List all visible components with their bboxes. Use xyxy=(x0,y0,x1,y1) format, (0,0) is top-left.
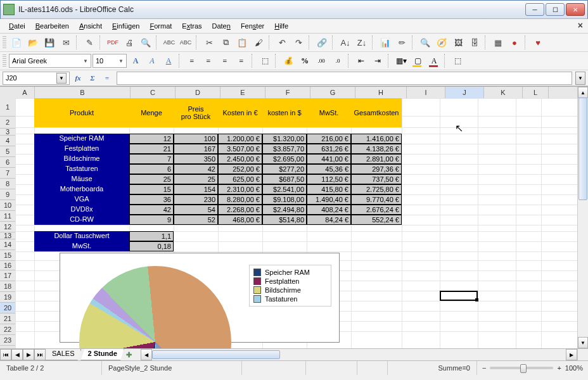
tab-first-button[interactable]: ⏮ xyxy=(0,349,11,360)
menu-ansicht[interactable]: Ansicht xyxy=(74,20,107,32)
row-header-4[interactable]: 4 xyxy=(0,136,15,146)
cell[interactable]: 3.507,00 € xyxy=(218,144,262,154)
cell[interactable]: 230 xyxy=(174,194,218,205)
cell[interactable]: 1.416,00 € xyxy=(351,134,402,144)
zoom-in-button[interactable]: + xyxy=(557,364,561,372)
find-button[interactable]: 🔍 xyxy=(418,35,433,50)
scroll-thumb[interactable] xyxy=(578,98,587,200)
email-button[interactable]: ✉ xyxy=(58,35,74,50)
cell[interactable]: 216,00 € xyxy=(307,134,351,144)
col-header-E[interactable]: E xyxy=(220,87,265,98)
gallery-button[interactable]: 🖼 xyxy=(451,35,466,50)
row-header-14[interactable]: 14 xyxy=(0,239,15,250)
row-header-3[interactable]: 3 xyxy=(0,129,15,136)
col-header-K[interactable]: K xyxy=(484,87,523,98)
save-button[interactable]: 💾 xyxy=(42,35,57,50)
cell[interactable]: 468,00 € xyxy=(218,215,262,225)
cell[interactable]: Tastaturen xyxy=(34,164,129,174)
chart-button[interactable]: 📊 xyxy=(378,35,393,50)
cell[interactable]: 154 xyxy=(174,184,218,194)
status-insert[interactable] xyxy=(242,361,306,375)
cell[interactable]: 42 xyxy=(174,164,218,174)
navigator-button[interactable]: 🧭 xyxy=(434,35,449,50)
underline-button[interactable]: A xyxy=(161,53,176,68)
cell[interactable]: 2.310,00 € xyxy=(218,184,262,194)
menu-daten[interactable]: Daten xyxy=(207,20,236,32)
redo-button[interactable]: ↷ xyxy=(291,35,306,50)
cell[interactable]: 8.280,00 € xyxy=(218,194,262,205)
cell[interactable]: 84,24 € xyxy=(307,215,351,225)
col-header-L[interactable]: L xyxy=(523,87,549,98)
sheet-tab-2stunde[interactable]: 2 Stunde xyxy=(80,349,124,360)
cell[interactable]: 625,00 € xyxy=(218,174,262,184)
row-header-8[interactable]: 8 xyxy=(0,179,15,189)
status-selection[interactable] xyxy=(306,361,357,375)
menu-datei[interactable]: Datei xyxy=(4,20,30,32)
cell[interactable]: VGA xyxy=(34,194,129,205)
align-left-button[interactable]: ≡ xyxy=(184,53,200,68)
paste-button[interactable]: 📋 xyxy=(234,35,250,50)
print-button[interactable]: 🖨 xyxy=(122,35,137,50)
merge-button[interactable]: ⬚ xyxy=(257,53,272,68)
cell[interactable]: 737,50 € xyxy=(351,174,402,184)
close-button[interactable]: ✕ xyxy=(566,3,585,16)
cell[interactable]: $514,80 xyxy=(262,215,307,225)
cell-grid[interactable]: ProduktMengePreispro StückKosten in €kos… xyxy=(15,98,578,348)
cell[interactable]: 1,1 xyxy=(129,231,174,241)
cell[interactable]: 252,00 € xyxy=(218,164,262,174)
formula-input[interactable] xyxy=(117,72,572,85)
row-header-20[interactable]: 20 xyxy=(0,303,16,314)
select-all-corner[interactable] xyxy=(0,87,16,99)
headers-button[interactable]: ▦ xyxy=(490,35,506,50)
add-decimal-button[interactable]: .00 xyxy=(314,53,329,68)
cell[interactable]: MwSt. xyxy=(34,241,129,251)
menu-extras[interactable]: Extras xyxy=(177,20,207,32)
spellcheck-button[interactable]: ABC xyxy=(162,35,177,50)
edit-button[interactable]: ✎ xyxy=(82,35,97,50)
cell[interactable]: 45,36 € xyxy=(307,164,351,174)
cell[interactable]: 9.770,40 € xyxy=(351,194,402,205)
scroll-right-button[interactable]: ▶ xyxy=(566,349,577,360)
cell[interactable]: Bildschirme xyxy=(34,154,129,164)
cell[interactable]: 2.450,00 € xyxy=(218,154,262,164)
row-header-22[interactable]: 22 xyxy=(0,324,15,335)
status-pagestyle[interactable]: PageStyle_2 Stunde xyxy=(102,361,242,375)
cell[interactable]: 112,50 € xyxy=(307,174,351,184)
cell[interactable]: 631,26 € xyxy=(307,144,351,154)
col-header-A[interactable]: A xyxy=(15,87,35,98)
row-header-11[interactable]: 11 xyxy=(0,211,15,222)
cell[interactable]: 15 xyxy=(129,184,174,194)
scroll-left-button[interactable]: ◀ xyxy=(141,349,152,360)
col-header-C[interactable]: C xyxy=(131,87,176,98)
row-header-23[interactable]: 23 xyxy=(0,335,15,346)
tab-last-button[interactable]: ⏭ xyxy=(34,349,46,360)
hyperlink-button[interactable]: 🔗 xyxy=(314,35,329,50)
cell[interactable]: 552,24 € xyxy=(351,215,402,225)
del-decimal-button[interactable]: .0 xyxy=(330,53,345,68)
cell[interactable]: 350 xyxy=(174,154,218,164)
cell[interactable]: 52 xyxy=(174,215,218,225)
cell[interactable]: 7 xyxy=(129,154,174,164)
row-header-19[interactable]: 19 xyxy=(0,292,15,303)
row-header-5[interactable]: 5 xyxy=(0,146,15,157)
italic-button[interactable]: A xyxy=(144,53,160,68)
cell[interactable]: 0,18 xyxy=(129,241,174,251)
bold-button[interactable]: A xyxy=(128,53,143,68)
row-header-17[interactable]: 17 xyxy=(0,270,15,281)
row-header-21[interactable]: 21 xyxy=(0,314,15,324)
cell[interactable]: 6 xyxy=(129,164,174,174)
row-header-7[interactable]: 7 xyxy=(0,168,15,179)
align-center-button[interactable]: ≡ xyxy=(201,53,216,68)
cell[interactable]: 415,80 € xyxy=(307,184,351,194)
scroll-up-button[interactable]: ▲ xyxy=(578,87,588,98)
cell[interactable]: 12 xyxy=(129,134,174,144)
minimize-button[interactable]: ─ xyxy=(525,3,544,16)
equals-button[interactable]: = xyxy=(101,72,113,84)
preview-button[interactable]: 🔍 xyxy=(138,35,153,50)
cell[interactable]: $1.320,00 xyxy=(262,134,307,144)
cell[interactable]: Speicher RAM xyxy=(34,134,129,144)
header-cell[interactable]: kosten in $ xyxy=(262,98,307,127)
borders-button[interactable]: ▦▾ xyxy=(393,53,409,68)
pdf-button[interactable]: PDF xyxy=(105,35,120,50)
hscroll-thumb[interactable] xyxy=(152,350,280,359)
